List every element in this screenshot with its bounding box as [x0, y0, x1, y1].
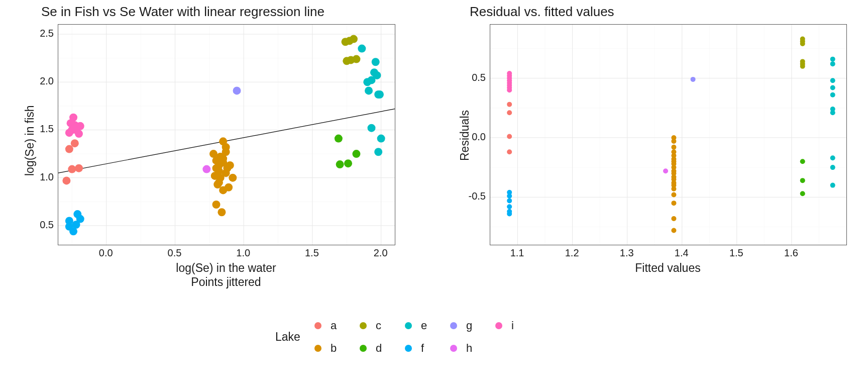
- data-point: [671, 135, 676, 140]
- data-point: [202, 165, 210, 173]
- legend-dot-icon: [405, 345, 412, 352]
- figure-root: Se in Fish vs Se Water with linear regre…: [0, 0, 868, 386]
- data-point: [671, 228, 676, 233]
- data-point: [373, 71, 381, 79]
- legend-item-a: a: [310, 318, 356, 333]
- data-point: [212, 201, 220, 209]
- legend: Lake acegibdfh: [275, 314, 536, 359]
- right-plot-svg: [490, 25, 846, 245]
- legend-swatch: [491, 318, 506, 333]
- data-point: [800, 159, 805, 164]
- data-point: [75, 164, 83, 172]
- data-point: [800, 178, 805, 183]
- data-point: [350, 35, 358, 43]
- legend-label: i: [511, 319, 514, 332]
- legend-label: a: [331, 319, 337, 332]
- data-point: [671, 145, 676, 150]
- right-plot-area: [490, 24, 847, 245]
- legend-item-f: f: [401, 341, 446, 356]
- legend-swatch: [446, 318, 461, 333]
- x-tick-label: 1.0: [231, 247, 256, 259]
- left-x-label-line1: log(Se) in the water: [58, 261, 394, 275]
- data-point: [830, 165, 835, 170]
- data-point: [368, 124, 376, 132]
- data-point: [671, 157, 676, 162]
- legend-label: f: [421, 342, 424, 355]
- legend-label: c: [376, 319, 381, 332]
- legend-label: h: [466, 342, 472, 355]
- data-point: [507, 102, 512, 107]
- data-point: [377, 135, 385, 143]
- legend-label: e: [421, 319, 427, 332]
- legend-swatch: [356, 341, 371, 356]
- data-point: [507, 204, 512, 209]
- right-y-label: Residuals: [458, 110, 472, 161]
- legend-dot-icon: [360, 345, 367, 352]
- legend-label: b: [331, 342, 337, 355]
- data-point: [671, 201, 676, 206]
- data-point: [229, 174, 237, 182]
- legend-item-b: b: [310, 341, 356, 356]
- data-point: [376, 90, 384, 99]
- right-x-label: Fitted values: [490, 261, 846, 275]
- x-tick-label: 1.5: [299, 247, 324, 259]
- legend-item-c: c: [356, 318, 401, 333]
- data-point: [335, 135, 343, 143]
- data-point: [342, 38, 350, 46]
- data-point: [211, 172, 219, 180]
- data-point: [507, 198, 512, 203]
- legend-title: Lake: [275, 330, 300, 344]
- legend-item-e: e: [401, 318, 446, 333]
- data-point: [830, 78, 835, 83]
- data-point: [663, 168, 668, 173]
- legend-dot-icon: [314, 345, 321, 352]
- legend-dot-icon: [450, 345, 457, 352]
- data-point: [336, 160, 344, 168]
- right-title: Residual vs. fitted values: [470, 4, 614, 20]
- data-point: [830, 57, 835, 62]
- y-tick-label: 0.5: [460, 72, 486, 83]
- data-point: [358, 45, 366, 53]
- legend-swatch: [446, 341, 461, 356]
- data-point: [671, 149, 676, 154]
- left-plot-svg: [58, 25, 395, 245]
- data-point: [800, 36, 805, 41]
- legend-dot-icon: [450, 322, 457, 329]
- data-point: [213, 180, 222, 188]
- x-tick-label: 0.5: [162, 247, 187, 259]
- y-tick-label: 0.5: [28, 219, 54, 231]
- data-point: [830, 155, 835, 160]
- data-point: [507, 211, 512, 216]
- data-point: [68, 165, 76, 173]
- data-point: [671, 168, 676, 173]
- legend-dot-icon: [495, 322, 502, 329]
- y-tick-label: 2.5: [28, 28, 54, 39]
- left-y-label: log(Se) in fish: [23, 105, 37, 176]
- legend-item-h: h: [446, 341, 491, 356]
- data-point: [62, 176, 70, 184]
- data-point: [72, 221, 80, 229]
- data-point: [209, 150, 218, 158]
- data-point: [507, 194, 512, 199]
- data-point: [218, 208, 226, 216]
- data-point: [352, 150, 360, 158]
- data-point: [223, 164, 231, 172]
- data-point: [65, 223, 73, 231]
- data-point: [344, 159, 352, 167]
- legend-dot-icon: [314, 322, 321, 329]
- data-point: [352, 55, 360, 63]
- data-point: [65, 145, 73, 153]
- y-tick-label: 2.0: [28, 75, 54, 87]
- data-point: [219, 155, 227, 163]
- legend-swatch: [401, 341, 416, 356]
- x-tick-label: 1.1: [505, 247, 530, 259]
- data-point: [507, 71, 512, 76]
- data-point: [830, 107, 835, 112]
- legend-item-i: i: [491, 318, 536, 333]
- legend-swatch: [401, 318, 416, 333]
- x-tick-label: 1.6: [779, 247, 804, 259]
- left-plot-area: [58, 24, 395, 245]
- x-tick-label: 1.3: [614, 247, 639, 259]
- legend-swatch: [310, 341, 325, 356]
- data-point: [830, 61, 835, 66]
